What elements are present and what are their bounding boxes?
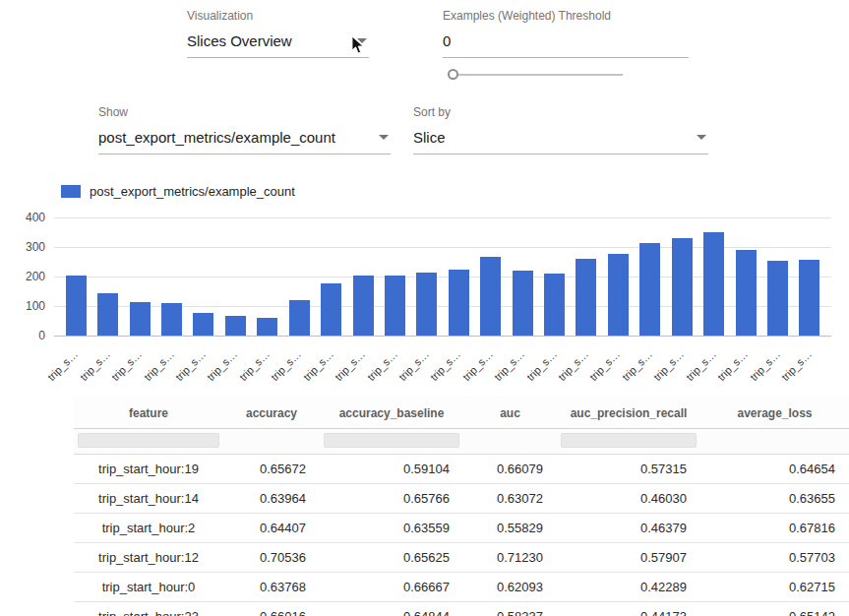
metric-cell: 0.59104 bbox=[320, 455, 463, 484]
bar[interactable] bbox=[188, 217, 219, 336]
x-axis-labels: trip_s…trip_s…trip_s…trip_s…trip_s…trip_… bbox=[54, 338, 831, 381]
threshold-slider[interactable] bbox=[448, 68, 623, 82]
metric-cell: 0.67816 bbox=[700, 514, 849, 543]
filter-box[interactable] bbox=[78, 433, 219, 448]
bar[interactable] bbox=[347, 217, 379, 336]
metric-cell: 0.42289 bbox=[557, 573, 700, 602]
slider-thumb[interactable] bbox=[448, 69, 458, 80]
metric-cell: 0.63964 bbox=[223, 484, 320, 514]
chevron-down-icon bbox=[357, 38, 367, 43]
show-label: Show bbox=[98, 104, 391, 120]
bar[interactable] bbox=[379, 217, 410, 336]
feature-cell: trip_start_hour:12 bbox=[74, 543, 223, 573]
visualization-value: Slices Overview bbox=[187, 32, 292, 49]
metric-cell: 0.46030 bbox=[557, 484, 700, 514]
filter-cell bbox=[557, 429, 700, 455]
table-row[interactable]: trip_start_hour:120.705360.656250.712300… bbox=[74, 543, 849, 573]
column-header-auc_precision_recall[interactable]: auc_precision_recall bbox=[557, 397, 700, 429]
bar[interactable] bbox=[252, 217, 283, 336]
bar[interactable] bbox=[443, 217, 474, 336]
metric-cell: 0.65625 bbox=[320, 543, 463, 573]
visualization-dropdown[interactable]: Visualization Slices Overview bbox=[187, 8, 369, 58]
bar[interactable] bbox=[666, 217, 697, 336]
bar[interactable] bbox=[124, 217, 155, 336]
slicing-metrics-browser: Visualization Slices Overview Examples (… bbox=[0, 0, 849, 616]
plot-area bbox=[54, 217, 831, 336]
filter-box[interactable] bbox=[324, 433, 459, 448]
metric-cell: 0.64844 bbox=[320, 602, 463, 616]
table-filter-row bbox=[74, 429, 849, 455]
metric-cell: 0.57315 bbox=[557, 455, 700, 484]
filter-cell bbox=[463, 429, 557, 455]
metric-cell: 0.63559 bbox=[320, 514, 463, 543]
metric-cell: 0.63655 bbox=[700, 484, 849, 514]
visualization-label: Visualization bbox=[187, 8, 369, 24]
table-row[interactable]: trip_start_hour:190.656720.591040.660790… bbox=[74, 455, 849, 484]
feature-cell: trip_start_hour:23 bbox=[74, 602, 223, 616]
filter-cell bbox=[320, 429, 463, 455]
column-header-feature[interactable]: feature bbox=[74, 397, 223, 429]
filter-cell bbox=[74, 429, 223, 455]
bar[interactable] bbox=[635, 217, 666, 336]
bar[interactable] bbox=[219, 217, 251, 336]
metric-cell: 0.62093 bbox=[463, 573, 557, 602]
bar-chart: post_export_metrics/example_count trip_s… bbox=[0, 183, 849, 381]
bar[interactable] bbox=[60, 217, 91, 336]
y-tick-label: 0 bbox=[0, 329, 45, 342]
bar[interactable] bbox=[697, 217, 729, 336]
show-metric-dropdown[interactable]: Show post_export_metrics/example_count bbox=[98, 104, 391, 154]
chevron-down-icon bbox=[697, 135, 706, 140]
feature-cell: trip_start_hour:14 bbox=[74, 484, 223, 514]
metric-cell: 0.44173 bbox=[557, 602, 700, 616]
bar[interactable] bbox=[761, 217, 793, 336]
column-header-accuracy[interactable]: accuracy bbox=[223, 397, 320, 429]
bar[interactable] bbox=[474, 217, 506, 336]
metric-cell: 0.70536 bbox=[223, 543, 320, 573]
column-header-accuracy_baseline[interactable]: accuracy_baseline bbox=[320, 397, 463, 429]
bar[interactable] bbox=[315, 217, 346, 336]
table-row[interactable]: trip_start_hour:00.637680.666670.620930.… bbox=[74, 573, 849, 602]
filter-box[interactable] bbox=[561, 433, 697, 448]
bar-series bbox=[54, 217, 831, 336]
filter-cell bbox=[700, 429, 849, 455]
column-header-auc[interactable]: auc bbox=[463, 397, 557, 429]
metric-cell: 0.62715 bbox=[700, 573, 849, 602]
metrics-table: featureaccuracyaccuracy_baselineaucauc_p… bbox=[74, 397, 849, 616]
metric-cell: 0.63768 bbox=[223, 573, 320, 602]
metric-cell: 0.65672 bbox=[223, 455, 320, 484]
table-row[interactable]: trip_start_hour:20.644070.635590.558290.… bbox=[74, 514, 849, 543]
metric-cell: 0.46379 bbox=[557, 514, 700, 543]
bar[interactable] bbox=[411, 217, 443, 336]
metric-cell: 0.65142 bbox=[700, 602, 849, 616]
filter-cell bbox=[223, 429, 320, 455]
threshold-input[interactable]: Examples (Weighted) Threshold 0 bbox=[443, 8, 689, 58]
bar[interactable] bbox=[91, 217, 123, 336]
feature-cell: trip_start_hour:19 bbox=[74, 455, 223, 484]
bar[interactable] bbox=[730, 217, 761, 336]
show-value: post_export_metrics/example_count bbox=[98, 129, 335, 146]
bar[interactable] bbox=[538, 217, 570, 336]
slider-track[interactable] bbox=[448, 74, 623, 76]
table-row[interactable]: trip_start_hour:230.660160.648440.583370… bbox=[74, 602, 849, 616]
metric-cell: 0.64407 bbox=[223, 514, 320, 543]
column-header-average_loss[interactable]: average_loss bbox=[700, 397, 849, 429]
sort-by-value: Slice bbox=[413, 129, 446, 146]
bar[interactable] bbox=[602, 217, 634, 336]
feature-cell: trip_start_hour:2 bbox=[74, 514, 223, 543]
bar[interactable] bbox=[507, 217, 538, 336]
bar[interactable] bbox=[571, 217, 602, 336]
metric-cell: 0.66016 bbox=[223, 602, 320, 616]
bar[interactable] bbox=[283, 217, 315, 336]
y-tick-label: 200 bbox=[0, 270, 45, 283]
bar[interactable] bbox=[794, 217, 825, 336]
metric-cell: 0.64654 bbox=[700, 455, 849, 484]
metric-cell: 0.55829 bbox=[463, 514, 557, 543]
metric-cell: 0.71230 bbox=[463, 543, 557, 573]
chevron-down-icon bbox=[379, 135, 389, 140]
metric-cell: 0.66667 bbox=[320, 573, 463, 602]
sort-by-dropdown[interactable]: Sort by Slice bbox=[413, 104, 708, 154]
metric-cell: 0.57907 bbox=[557, 543, 700, 573]
legend-swatch-icon bbox=[61, 185, 81, 198]
bar[interactable] bbox=[155, 217, 187, 336]
table-row[interactable]: trip_start_hour:140.639640.657660.630720… bbox=[74, 484, 849, 514]
